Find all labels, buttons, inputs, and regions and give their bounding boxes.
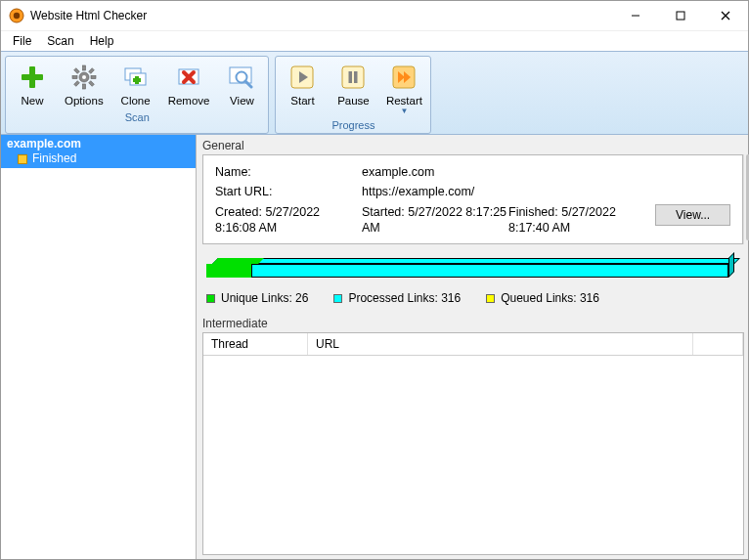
remove-icon bbox=[173, 62, 204, 93]
ribbon-group-scan-label: Scan bbox=[8, 109, 266, 125]
minimize-button[interactable] bbox=[613, 1, 658, 30]
restart-icon bbox=[388, 62, 419, 93]
created-cell: Created: 5/27/2022 8:16:08 AM bbox=[215, 204, 362, 236]
menu-scan[interactable]: Scan bbox=[39, 32, 81, 50]
new-button[interactable]: New bbox=[8, 59, 57, 109]
svg-rect-15 bbox=[73, 81, 79, 87]
sidebar-site-status-row: Finished bbox=[7, 151, 196, 166]
intermediate-section-label: Intermediate bbox=[197, 313, 748, 332]
starturl-label: Start URL: bbox=[215, 185, 362, 198]
scrollbar[interactable] bbox=[743, 154, 746, 244]
app-window: Website Html Checker File Scan Help New bbox=[0, 0, 749, 560]
restart-button[interactable]: Restart ▼ bbox=[379, 59, 428, 117]
swatch-yellow-icon bbox=[486, 294, 495, 303]
app-icon bbox=[9, 8, 24, 23]
plus-icon bbox=[17, 62, 48, 93]
body: example.com Finished General Name: examp… bbox=[1, 135, 748, 559]
titlebar: Website Html Checker bbox=[1, 1, 748, 31]
name-value: example.com bbox=[362, 165, 730, 179]
svg-point-1 bbox=[14, 13, 20, 19]
svg-rect-10 bbox=[82, 84, 85, 89]
general-section-label: General bbox=[197, 135, 748, 154]
grid-header: Thread URL bbox=[203, 333, 743, 356]
svg-point-17 bbox=[82, 75, 86, 79]
svg-rect-16 bbox=[88, 81, 94, 87]
legend-processed: Processed Links: 316 bbox=[333, 291, 461, 305]
legend-unique: Unique Links: 26 bbox=[206, 291, 308, 305]
magnifier-icon bbox=[226, 62, 257, 93]
play-icon bbox=[286, 62, 318, 93]
sidebar-site-item[interactable]: example.com Finished bbox=[1, 135, 196, 168]
svg-rect-13 bbox=[73, 68, 79, 74]
intermediate-grid: Thread URL bbox=[202, 332, 744, 555]
started-cell: Started: 5/27/2022 8:17:25 AM bbox=[362, 204, 508, 236]
svg-rect-3 bbox=[677, 12, 684, 20]
svg-rect-11 bbox=[72, 76, 77, 79]
progress-legend: Unique Links: 26 Processed Links: 316 Qu… bbox=[197, 283, 748, 313]
maximize-button[interactable] bbox=[658, 1, 703, 30]
view-details-button[interactable]: View... bbox=[655, 204, 730, 226]
menu-help[interactable]: Help bbox=[82, 32, 122, 50]
svg-rect-12 bbox=[91, 76, 96, 79]
swatch-cyan-icon bbox=[333, 294, 342, 303]
content-pane: General Name: example.com Start URL: htt… bbox=[197, 135, 748, 559]
svg-rect-30 bbox=[342, 66, 364, 88]
window-title: Website Html Checker bbox=[30, 9, 613, 22]
finished-cell: Finished: 5/27/2022 8:17:40 AM bbox=[508, 204, 655, 236]
remove-button[interactable]: Remove bbox=[162, 59, 216, 109]
svg-rect-36 bbox=[19, 154, 27, 163]
svg-rect-32 bbox=[354, 71, 358, 83]
stop-icon bbox=[17, 153, 28, 165]
view-button[interactable]: View bbox=[217, 59, 266, 109]
start-button[interactable]: Start bbox=[278, 59, 327, 117]
ribbon-group-progress: Start Pause bbox=[275, 56, 431, 134]
svg-rect-21 bbox=[133, 78, 141, 82]
starturl-value: https://example.com/ bbox=[362, 185, 730, 198]
menu-file[interactable]: File bbox=[5, 32, 39, 50]
options-button[interactable]: Options bbox=[59, 59, 110, 109]
sidebar-site-name: example.com bbox=[7, 137, 196, 151]
menubar: File Scan Help bbox=[1, 31, 748, 51]
ribbon-group-progress-label: Progress bbox=[278, 117, 428, 133]
pause-button[interactable]: Pause bbox=[329, 59, 377, 117]
ribbon: New bbox=[1, 51, 748, 135]
pause-icon bbox=[337, 62, 369, 93]
swatch-green-icon bbox=[206, 294, 215, 303]
svg-rect-25 bbox=[230, 67, 251, 83]
column-empty bbox=[693, 333, 743, 355]
svg-rect-9 bbox=[82, 65, 85, 70]
clone-icon bbox=[120, 62, 152, 93]
legend-queued: Queued Links: 316 bbox=[486, 291, 599, 305]
column-thread[interactable]: Thread bbox=[203, 333, 308, 355]
svg-rect-31 bbox=[349, 71, 353, 83]
gear-icon bbox=[68, 62, 100, 93]
progress-bar bbox=[206, 258, 734, 278]
name-label: Name: bbox=[215, 165, 362, 179]
chevron-down-icon: ▼ bbox=[401, 108, 409, 115]
general-panel: Name: example.com Start URL: https://exa… bbox=[202, 154, 743, 244]
sidebar: example.com Finished bbox=[1, 135, 197, 559]
svg-rect-7 bbox=[22, 74, 43, 80]
ribbon-group-scan: New bbox=[5, 56, 269, 134]
close-button[interactable] bbox=[703, 1, 748, 30]
sidebar-site-status: Finished bbox=[32, 151, 76, 166]
column-url[interactable]: URL bbox=[308, 333, 693, 355]
clone-button[interactable]: Clone bbox=[111, 59, 160, 109]
svg-rect-14 bbox=[88, 68, 94, 74]
